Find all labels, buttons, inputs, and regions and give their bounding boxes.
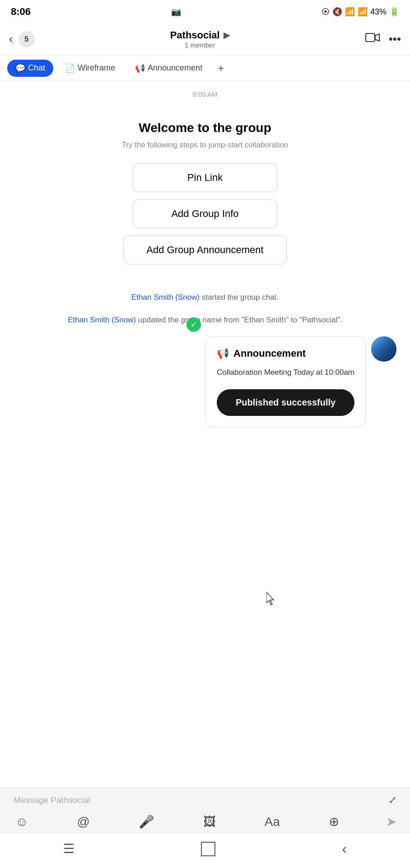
avatar <box>371 336 396 362</box>
status-icons: 📷 <box>171 7 181 17</box>
group-title: Pathsocial ▶ <box>170 29 230 41</box>
welcome-title: Welcome to the group <box>23 121 387 135</box>
chat-tab-icon: 💬 <box>15 63 25 73</box>
user-link-1[interactable]: Ethan Smith (Snow) <box>131 293 200 302</box>
tab-wireframe[interactable]: 📄 Wireframe <box>57 60 123 77</box>
wireframe-tab-label: Wireframe <box>78 63 115 73</box>
add-tab-button[interactable]: + <box>218 62 224 75</box>
status-time: 8:06 <box>11 6 31 18</box>
send-button[interactable]: ➤ <box>386 814 396 829</box>
header-center: Pathsocial ▶ 1 member <box>170 29 230 49</box>
action-buttons: Pin Link Add Group Info Add Group Announ… <box>23 163 387 264</box>
mute-icon: 🔇 <box>332 7 342 17</box>
input-placeholder-text: Message Pathsocial <box>14 795 388 805</box>
chat-tab-label: Chat <box>28 63 45 73</box>
add-button[interactable]: ⊕ <box>327 812 341 831</box>
video-call-icon[interactable] <box>365 32 380 46</box>
mention-button[interactable]: @ <box>75 813 92 831</box>
more-options-icon[interactable]: ••• <box>389 32 401 46</box>
welcome-subtitle: Try the following steps to jump-start co… <box>23 141 387 150</box>
nav-bar: ☰ ‹ <box>0 833 410 868</box>
notification-badge: 5 <box>19 31 35 47</box>
play-icon[interactable]: ▶ <box>224 30 230 40</box>
input-toolbar: Message Pathsocial ⤢ ☺ @ 🎤 🖼 Aa ⊕ ➤ <box>0 788 410 835</box>
battery-percent: 43% <box>370 7 387 17</box>
pin-link-button[interactable]: Pin Link <box>133 163 277 192</box>
tabs-bar: 💬 Chat 📄 Wireframe 📢 Announcement + <box>0 55 410 81</box>
add-group-info-button[interactable]: Add Group Info <box>133 199 277 228</box>
camera-status-icon: 📷 <box>171 7 181 17</box>
bubble-announcement-title: Announcement <box>233 348 306 359</box>
welcome-section: Welcome to the group Try the following s… <box>14 112 396 274</box>
toolbar-icons: ☺ @ 🎤 🖼 Aa ⊕ ➤ <box>14 812 396 831</box>
published-button[interactable]: Published successfully <box>217 389 354 416</box>
user-link-2[interactable]: Ethan Smith (Snow) <box>68 316 136 324</box>
image-button[interactable]: 🖼 <box>201 812 218 831</box>
header-right: ••• <box>365 32 401 46</box>
timestamp: 9:00 AM <box>14 90 396 98</box>
mic-button[interactable]: 🎤 <box>137 812 156 831</box>
emoji-button[interactable]: ☺ <box>14 813 30 831</box>
svg-rect-0 <box>366 33 375 42</box>
check-mark-icon: ✓ <box>186 317 201 332</box>
nav-home-icon[interactable] <box>201 842 215 856</box>
group-subtitle: 1 member <box>170 41 230 49</box>
font-button[interactable]: Aa <box>263 813 282 831</box>
announcement-tab-icon: 📢 <box>135 63 145 73</box>
tab-chat[interactable]: 💬 Chat <box>7 60 53 77</box>
bubble-announcement-icon: 📢 <box>217 348 229 359</box>
system-text-1: started the group chat. <box>202 293 279 302</box>
header-left: ‹ 5 <box>9 31 35 47</box>
add-group-announcement-button[interactable]: Add Group Announcement <box>123 236 286 264</box>
tab-announcement[interactable]: 📢 Announcement <box>127 60 210 77</box>
expand-button[interactable]: ⤢ <box>388 794 396 806</box>
status-bar: 8:06 📷 ⦿ 🔇 📶 📶 43% 🔋 <box>0 0 410 24</box>
bubble-header: 📢 Announcement <box>217 348 354 359</box>
system-message-1: Ethan Smith (Snow) started the group cha… <box>14 292 396 303</box>
system-text-2: updated the group name from "Ethan Smith… <box>138 316 342 324</box>
nav-menu-icon[interactable]: ☰ <box>63 841 75 856</box>
svg-marker-1 <box>375 34 379 41</box>
status-right: ⦿ 🔇 📶 📶 43% 🔋 <box>321 7 399 17</box>
back-button[interactable]: ‹ <box>9 32 13 46</box>
chat-area: 9:00 AM Welcome to the group Try the fol… <box>0 81 410 714</box>
header: ‹ 5 Pathsocial ▶ 1 member ••• <box>0 24 410 55</box>
battery-icon: 🔋 <box>389 7 399 17</box>
wifi-icon: 📶 <box>345 7 355 17</box>
bluetooth-icon: ⦿ <box>321 7 330 17</box>
announcement-text: Collaboration Meeting Today at 10:00am <box>217 367 354 378</box>
announcement-tab-label: Announcement <box>148 63 202 73</box>
system-message-2: Ethan Smith (Snow) updated the group nam… <box>14 314 396 326</box>
announcement-bubble-row: ✓ 📢 Announcement Collaboration Meeting T… <box>14 336 396 427</box>
wireframe-tab-icon: 📄 <box>65 63 75 73</box>
announcement-bubble: 📢 Announcement Collaboration Meeting Tod… <box>205 336 366 427</box>
signal-icon: 📶 <box>358 7 368 17</box>
nav-back-icon[interactable]: ‹ <box>342 840 347 857</box>
